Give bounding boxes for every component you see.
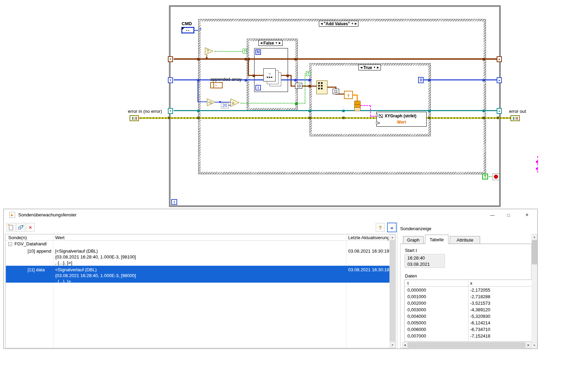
comparison-node[interactable]: ? xyxy=(205,47,214,55)
build-matrix-node[interactable] xyxy=(316,80,327,94)
collapse-panel-button[interactable]: « xyxy=(387,223,397,232)
scroll-thumb[interactable] xyxy=(532,240,537,264)
tunnel xyxy=(294,58,297,60)
titlebar[interactable]: ▶ Sondenüberwachungsfenster — □ × xyxy=(4,209,537,221)
tab-attribute[interactable]: Attribute xyxy=(450,236,480,244)
case-selector-true[interactable]: ◀ True ▼ ▶ xyxy=(358,65,381,70)
wire-zero-out xyxy=(424,79,497,80)
start-date: 03.08.2021 xyxy=(407,262,430,267)
waveform-icon: ~ xyxy=(215,84,217,87)
scroll-down-button[interactable]: ▼ xyxy=(531,342,537,348)
shift-register-left-count[interactable]: ▼ xyxy=(168,77,173,83)
for-loop-iteration-terminal[interactable]: i xyxy=(255,85,261,90)
case-dropdown-icon[interactable]: ▼ xyxy=(373,66,376,69)
list-scrollbar[interactable]: ▲ ▼ xyxy=(389,234,395,348)
case-dropdown-icon[interactable]: ▼ xyxy=(275,41,278,45)
panel-v-scrollbar[interactable]: ▲ ▼ xyxy=(531,234,537,348)
bundle-node[interactable] xyxy=(354,101,361,111)
get-waveform-y-node[interactable]: ~ Y xyxy=(344,91,353,99)
xygraph-icon xyxy=(379,115,383,118)
probe-11-indicator[interactable]: 11 xyxy=(333,89,339,94)
case-dropdown-icon[interactable]: ▼ xyxy=(351,22,354,25)
scroll-down-button[interactable]: ▼ xyxy=(389,342,395,348)
plot-name-label: Wert xyxy=(377,120,426,125)
probe-row-selected[interactable]: [11] data <Signalverlauf (DBL) {03.08.20… xyxy=(6,266,389,283)
wire-waveform-into-vi xyxy=(249,75,264,76)
greater-equal-node[interactable]: ≥ xyxy=(230,98,240,107)
tab-label: Graph xyxy=(407,237,419,243)
tree-expander[interactable]: − xyxy=(8,242,12,246)
for-loop-count-terminal[interactable]: N xyxy=(255,49,261,55)
greater-equal-glyph: ≥ xyxy=(232,101,234,105)
shift-register-left-waveform[interactable]: ▼ xyxy=(168,56,173,62)
case-prev-icon[interactable]: ◀ xyxy=(360,66,362,69)
appended-array-constant[interactable]: ~ xyxy=(210,82,223,88)
case-selector-add-values[interactable]: ◀ "Add Values" ▼ ▶ xyxy=(319,21,358,27)
comparison-node-shape xyxy=(205,48,213,55)
add-probe-button[interactable]: + xyxy=(16,223,25,232)
probe-updated: 03.08.2021 16:30:18 xyxy=(348,267,389,272)
probe-10-indicator[interactable]: 10 xyxy=(295,83,302,89)
tunnel xyxy=(197,110,200,112)
column-header-letzte[interactable]: Letzte Aktualisierung xyxy=(348,235,389,240)
case-next-icon[interactable]: ▶ xyxy=(279,41,281,45)
tunnel xyxy=(483,110,485,112)
error-cluster-glyph xyxy=(134,117,135,120)
unwired-question: ? xyxy=(199,27,201,32)
tunnel xyxy=(308,117,311,119)
shift-register-right-waveform[interactable]: ▲ xyxy=(497,56,502,62)
case-selector-false[interactable]: ◀ False ▼ ▶ xyxy=(258,40,283,46)
shift-register-right-ref[interactable]: ▲ xyxy=(497,108,502,114)
daten-t: 0,007000 xyxy=(407,333,426,339)
case-prev-icon[interactable]: ◀ xyxy=(260,41,262,45)
scroll-thumb[interactable] xyxy=(408,342,525,348)
labview-app-icon: ▶ xyxy=(9,212,15,218)
cmd-enum-constant[interactable]: ◄► xyxy=(181,27,194,33)
tunnel xyxy=(483,117,485,119)
probe-row[interactable]: [10] append [<Signalverlauf (DBL) {03.08… xyxy=(6,247,389,266)
wire-junction xyxy=(342,110,345,112)
wire-waveform-down xyxy=(291,75,292,87)
minimize-button[interactable]: — xyxy=(484,209,500,221)
daten-x: -4,389120 xyxy=(470,307,490,312)
help-button[interactable]: ? xyxy=(376,223,385,232)
shift-register-left-ref[interactable]: ▼ xyxy=(168,108,173,114)
loop-condition-stop-terminal[interactable] xyxy=(493,173,499,180)
new-probe-button[interactable]: * xyxy=(7,223,16,232)
delete-probe-button[interactable]: × xyxy=(26,223,35,232)
enum-corner xyxy=(182,28,184,30)
shift-register-right-count[interactable]: ▲ xyxy=(497,77,502,83)
tab-graph[interactable]: Graph xyxy=(403,236,424,244)
panel-splitter[interactable] xyxy=(397,222,398,348)
daten-table: t x 0,000000 -2,172055 0,001000 -2,71828… xyxy=(404,280,532,342)
panel-h-scrollbar[interactable]: ◀ ▶ xyxy=(402,342,531,348)
close-button[interactable]: × xyxy=(517,209,537,221)
tree-root-label[interactable]: FGV_Datahandl xyxy=(14,241,47,246)
tab-tabelle[interactable]: Tabelle xyxy=(425,235,448,244)
case-next-icon[interactable]: ▶ xyxy=(355,22,357,25)
xygraph-terminal[interactable]: XYGraph (strikt) ▶ Wert xyxy=(376,112,427,127)
daten-x: -2,172055 xyxy=(470,287,490,293)
scroll-thumb[interactable] xyxy=(390,241,395,341)
constant-0[interactable]: 0 xyxy=(418,77,424,83)
column-header-sonde[interactable]: Sonde(n) xyxy=(8,235,27,240)
scroll-right-button[interactable]: ▶ xyxy=(526,342,531,348)
error-cluster-glyph xyxy=(516,117,518,120)
wire-count-branch-v xyxy=(197,80,198,102)
increment-node[interactable]: +1 xyxy=(207,98,216,106)
scroll-up-button[interactable]: ▲ xyxy=(531,234,537,240)
true-constant[interactable]: T xyxy=(482,174,488,179)
scroll-up-button[interactable]: ▲ xyxy=(389,234,395,240)
constant-20[interactable]: 20 xyxy=(221,103,229,108)
append-waveform-vi-icon[interactable]: ~ xyxy=(263,68,276,81)
scroll-left-button[interactable]: ◀ xyxy=(402,342,408,348)
while-loop-iteration-terminal[interactable]: i xyxy=(171,199,177,205)
maximize-button[interactable]: □ xyxy=(500,209,517,221)
comparison-node-glyph: ? xyxy=(207,49,209,53)
error-in-terminal[interactable] xyxy=(130,115,139,121)
column-header-wert[interactable]: Wert xyxy=(55,235,64,240)
error-out-terminal[interactable] xyxy=(510,115,520,121)
error-cluster-glyph xyxy=(515,117,516,120)
case-next-icon[interactable]: ▶ xyxy=(377,66,379,69)
case-prev-icon[interactable]: ◀ xyxy=(321,22,323,25)
